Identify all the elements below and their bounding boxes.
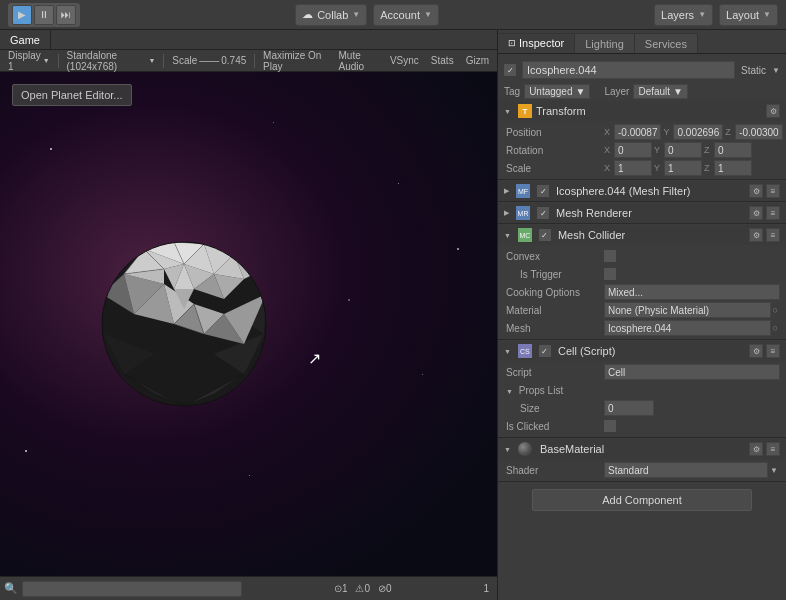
- base-material-title: BaseMaterial: [540, 443, 745, 455]
- mesh-collider-header[interactable]: ▼ MC Mesh Collider ⚙ ≡: [498, 225, 786, 245]
- size-row: Size 0: [504, 399, 780, 417]
- display-selector[interactable]: Display 1 ▼: [4, 49, 54, 73]
- maximize-toggle[interactable]: Maximize On Play: [259, 49, 330, 73]
- mesh-collider-settings-btn[interactable]: ⚙: [749, 228, 763, 242]
- mute-toggle[interactable]: Mute Audio: [335, 49, 382, 73]
- tab-services[interactable]: Services: [635, 33, 698, 53]
- base-material-icon: [518, 442, 532, 456]
- size-label: Size: [504, 403, 604, 414]
- collab-dropdown[interactable]: ☁ Collab ▼: [295, 4, 367, 26]
- inspector-body: Icosphere.044 Static ▼ Tag Untagged ▼ La…: [498, 54, 786, 600]
- scale-y-value[interactable]: 1: [664, 160, 702, 176]
- pause-button[interactable]: ⏸: [34, 5, 54, 25]
- script-label: Script: [504, 367, 604, 378]
- main-layout: Game Display 1 ▼ Standalone (1024x768) ▼…: [0, 30, 786, 600]
- scene-canvas[interactable]: Open Planet Editor... ↗: [0, 72, 497, 576]
- display-arrow-icon: ▼: [43, 57, 50, 64]
- inspector-panel: ⊡ Inspector Lighting Services Icosphere.…: [497, 30, 786, 600]
- base-material-settings-btn[interactable]: ⚙: [749, 442, 763, 456]
- step-button[interactable]: ⏭: [56, 5, 76, 25]
- scene-bottom-bar: 🔍 ⊙1 ⚠0 ⊘0 1: [0, 576, 497, 600]
- layers-arrow-icon: ▼: [698, 10, 706, 19]
- shader-value[interactable]: Standard: [604, 462, 768, 478]
- is-clicked-row: Is Clicked: [504, 417, 780, 435]
- cell-script-active[interactable]: [539, 345, 551, 357]
- rot-y-field: Y 0: [654, 142, 702, 158]
- mesh-filter-active[interactable]: [537, 185, 549, 197]
- transform-collapse-icon: ▼: [504, 108, 511, 115]
- mesh-renderer-settings-btn[interactable]: ⚙: [749, 206, 763, 220]
- cell-script-more-btn[interactable]: ≡: [766, 344, 780, 358]
- scale-control[interactable]: Scale —— 0.745: [168, 54, 250, 67]
- scale-x-value[interactable]: 1: [614, 160, 652, 176]
- tag-dropdown[interactable]: Untagged ▼: [524, 84, 590, 99]
- mesh-collider-icon: MC: [518, 228, 532, 242]
- scale-z-value[interactable]: 1: [714, 160, 752, 176]
- cell-script-settings-btn[interactable]: ⚙: [749, 344, 763, 358]
- mesh-renderer-actions: ⚙ ≡: [749, 206, 780, 220]
- mesh-renderer-more-btn[interactable]: ≡: [766, 206, 780, 220]
- mesh-collider-active[interactable]: [539, 229, 551, 241]
- mesh-value[interactable]: Icosphere.044: [604, 320, 771, 336]
- playback-controls: ▶ ⏸ ⏭: [8, 3, 80, 27]
- is-trigger-label: Is Trigger: [504, 269, 604, 280]
- planet-svg: [94, 234, 274, 414]
- mesh-filter-settings-btn[interactable]: ⚙: [749, 184, 763, 198]
- scale-x-field: X 1: [604, 160, 652, 176]
- mesh-filter-more-btn[interactable]: ≡: [766, 184, 780, 198]
- mesh-renderer-active[interactable]: [537, 207, 549, 219]
- game-tab[interactable]: Game: [0, 30, 51, 49]
- cell-script-header[interactable]: ▼ CS Cell (Script) ⚙ ≡: [498, 341, 786, 361]
- stats-toggle[interactable]: Stats: [427, 54, 458, 67]
- pos-x-value[interactable]: -0.00087: [614, 124, 661, 140]
- object-active-checkbox[interactable]: [504, 64, 516, 76]
- size-value[interactable]: 0: [604, 400, 654, 416]
- gizmos-toggle[interactable]: Gizm: [462, 54, 493, 67]
- pos-z-value[interactable]: -0.00300: [735, 124, 782, 140]
- rot-y-value[interactable]: 0: [664, 142, 702, 158]
- rot-z-value[interactable]: 0: [714, 142, 752, 158]
- search-input[interactable]: [22, 581, 242, 597]
- play-button[interactable]: ▶: [12, 5, 32, 25]
- shader-row: Shader Standard ▼: [504, 461, 780, 479]
- script-value[interactable]: Cell: [604, 364, 780, 380]
- mesh-filter-header[interactable]: ▶ MF Icosphere.044 (Mesh Filter) ⚙ ≡: [498, 181, 786, 201]
- tab-inspector[interactable]: ⊡ Inspector: [498, 33, 575, 53]
- position-row: Position X -0.00087 Y 0.002696 Z: [504, 123, 780, 141]
- standalone-selector[interactable]: Standalone (1024x768) ▼: [63, 49, 160, 73]
- error-icon: ⊘0: [376, 583, 394, 594]
- vsync-toggle[interactable]: VSync: [386, 54, 423, 67]
- transform-component: ▼ T Transform ⚙ Position X -0.00087: [498, 101, 786, 180]
- transform-header[interactable]: ▼ T Transform ⚙: [498, 101, 786, 121]
- rot-x-value[interactable]: 0: [614, 142, 652, 158]
- transform-settings-btn[interactable]: ⚙: [766, 104, 780, 118]
- tab-lighting[interactable]: Lighting: [575, 33, 635, 53]
- object-name-field[interactable]: Icosphere.044: [522, 61, 735, 79]
- add-component-button[interactable]: Add Component: [532, 489, 753, 511]
- open-planet-button[interactable]: Open Planet Editor...: [12, 84, 132, 106]
- base-material-more-btn[interactable]: ≡: [766, 442, 780, 456]
- layout-dropdown[interactable]: Layout ▼: [719, 4, 778, 26]
- material-row: Material None (Physic Material) ○: [504, 301, 780, 319]
- mesh-collider-more-btn[interactable]: ≡: [766, 228, 780, 242]
- layers-dropdown[interactable]: Layers ▼: [654, 4, 713, 26]
- warning-icon: ⚠0: [353, 583, 372, 594]
- cooking-value[interactable]: Mixed...: [604, 284, 780, 300]
- scale-row: Scale X 1 Y 1 Z: [504, 159, 780, 177]
- base-material-header[interactable]: ▼ BaseMaterial ⚙ ≡: [498, 439, 786, 459]
- props-list-row: ▼ Props List: [504, 381, 780, 399]
- mesh-collider-component: ▼ MC Mesh Collider ⚙ ≡ Convex Is Tr: [498, 225, 786, 340]
- pos-y-value[interactable]: 0.002696: [673, 124, 723, 140]
- star: [398, 183, 399, 184]
- mesh-renderer-header[interactable]: ▶ MR Mesh Renderer ⚙ ≡: [498, 203, 786, 223]
- material-value[interactable]: None (Physic Material): [604, 302, 771, 318]
- layer-dropdown[interactable]: Default ▼: [633, 84, 688, 99]
- transform-body: Position X -0.00087 Y 0.002696 Z: [498, 121, 786, 179]
- collab-arrow-icon: ▼: [352, 10, 360, 19]
- is-clicked-checkbox[interactable]: [604, 420, 616, 432]
- convex-checkbox[interactable]: [604, 250, 616, 262]
- mesh-link-icon: ○: [771, 323, 780, 333]
- account-dropdown[interactable]: Account ▼: [373, 4, 439, 26]
- mesh-collider-title: Mesh Collider: [558, 229, 745, 241]
- is-trigger-checkbox[interactable]: [604, 268, 616, 280]
